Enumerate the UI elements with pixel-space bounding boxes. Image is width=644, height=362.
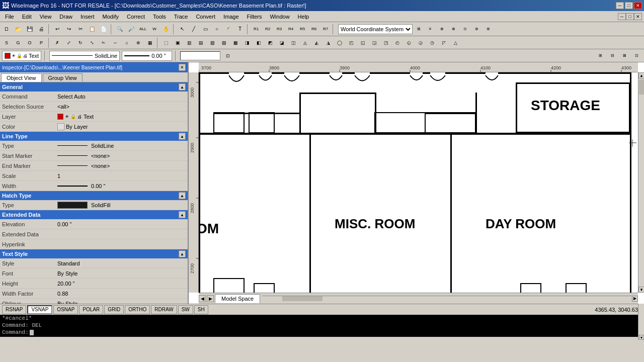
status-polar[interactable]: POLAR xyxy=(79,305,103,314)
tb2-move[interactable]: ⤢ xyxy=(63,37,74,48)
tb-extra6[interactable]: ⊚ xyxy=(471,24,482,35)
tb-arc[interactable]: ◜ xyxy=(223,24,234,35)
h-scrollbar[interactable] xyxy=(262,296,632,302)
title-bar-controls[interactable]: ─ □ ✕ xyxy=(616,2,642,9)
tb-select[interactable]: ↖ xyxy=(177,24,188,35)
inner-close[interactable]: ✕ xyxy=(634,13,642,20)
coord-btn[interactable]: ⊡ xyxy=(222,50,233,61)
menu-help[interactable]: Help xyxy=(294,13,313,21)
status-ortho[interactable]: ORTHO xyxy=(125,305,150,314)
menu-insert[interactable]: Insert xyxy=(76,13,99,21)
tb2-explode[interactable]: ⊕ xyxy=(133,37,144,48)
h-scroll-thumb[interactable] xyxy=(282,296,323,301)
minimize-button[interactable]: ─ xyxy=(616,2,624,9)
tb-new[interactable]: 🗋 xyxy=(1,24,12,35)
tb-extra1[interactable]: ⊞ xyxy=(413,24,424,35)
tb-zoom-out[interactable]: 🔎 xyxy=(126,24,137,35)
tb2-r17[interactable]: ◰ xyxy=(346,37,357,48)
cmd-line-3[interactable]: Command: xyxy=(2,329,642,336)
tb2-ortho[interactable]: O xyxy=(24,37,35,48)
tb-extra2[interactable]: ≡ xyxy=(425,24,436,35)
model-space-tab[interactable]: Model Space xyxy=(215,294,260,303)
inner-window-controls[interactable]: ─ □ ✕ xyxy=(543,11,644,22)
tb-undo[interactable]: ↩ xyxy=(52,24,63,35)
menu-edit[interactable]: Edit xyxy=(18,13,36,21)
tb2-rotate[interactable]: ↻ xyxy=(75,37,86,48)
tb-cut[interactable]: ✂ xyxy=(75,24,86,35)
tb2-extend[interactable]: ↔ xyxy=(110,37,121,48)
prop-color-value[interactable]: By Layer xyxy=(55,123,188,130)
tb2-r25[interactable]: ◸ xyxy=(438,37,449,48)
tb-raster4[interactable]: R4 xyxy=(285,24,296,35)
tb-raster1[interactable]: R1 xyxy=(251,24,262,35)
status-sw[interactable]: SW xyxy=(178,305,193,314)
h-scroll-btn-right[interactable]: ▶ xyxy=(632,296,638,302)
status-osnap[interactable]: OSNAP xyxy=(53,305,78,314)
section-extended-collapse[interactable]: ▲ xyxy=(179,211,186,218)
tb2-r5[interactable]: ▧ xyxy=(207,37,218,48)
menu-filters[interactable]: Filters xyxy=(243,13,266,21)
tb2-scale[interactable]: ⤡ xyxy=(87,37,98,48)
menu-view[interactable]: View xyxy=(36,13,56,21)
linewidth-selector[interactable]: 0.00 " xyxy=(122,51,172,61)
tb-extra7[interactable]: ⊛ xyxy=(482,24,494,35)
menu-trace[interactable]: Trace xyxy=(170,13,192,21)
tab-group-view[interactable]: Group View xyxy=(43,73,83,82)
tb2-r7[interactable]: ▩ xyxy=(230,37,241,48)
tb2-r24[interactable]: ◷ xyxy=(427,37,438,48)
status-vsnap[interactable]: VSNAP xyxy=(27,305,52,314)
tb2-r12[interactable]: ◫ xyxy=(288,37,299,48)
tb-raster6[interactable]: R6 xyxy=(308,24,319,35)
tb-raster3[interactable]: R3 xyxy=(274,24,285,35)
tb2-r6[interactable]: ▨ xyxy=(218,37,229,48)
section-linetype-collapse[interactable]: ▲ xyxy=(179,133,186,140)
right-tool3[interactable]: ⊠ xyxy=(619,50,630,61)
tb-pan[interactable]: ✋ xyxy=(160,24,172,35)
tb2-r21[interactable]: ◴ xyxy=(392,37,403,48)
tb2-r23[interactable]: ◶ xyxy=(415,37,426,48)
tb-raster2[interactable]: R2 xyxy=(262,24,273,35)
tb-zoom-in[interactable]: 🔍 xyxy=(114,24,125,35)
coord-input[interactable] xyxy=(180,51,220,60)
tb2-hatch[interactable]: ▦ xyxy=(144,37,155,48)
inner-minimize[interactable]: ─ xyxy=(618,13,626,20)
right-tool2[interactable]: ⊟ xyxy=(607,50,618,61)
inspector-close[interactable]: ✕ xyxy=(179,64,186,71)
tb-redo[interactable]: ↪ xyxy=(63,24,74,35)
tb2-trim[interactable]: ✁ xyxy=(98,37,109,48)
tab-nav-next[interactable]: ▶ xyxy=(207,295,214,302)
menu-convert[interactable]: Convert xyxy=(192,13,219,21)
status-rsnap[interactable]: RSNAP xyxy=(2,305,26,314)
prop-layer-value[interactable]: ☀ 🔒 🖨 Text xyxy=(55,114,188,120)
tb2-r9[interactable]: ◧ xyxy=(253,37,264,48)
tb2-r20[interactable]: ◳ xyxy=(380,37,391,48)
scroll-v-up[interactable]: ▲ xyxy=(638,72,644,78)
close-button[interactable]: ✕ xyxy=(634,2,642,9)
tb-extra4[interactable]: ⊗ xyxy=(448,24,459,35)
inner-maximize[interactable]: □ xyxy=(626,13,634,20)
drawing-scrollbar-v[interactable]: ▲ ▼ xyxy=(638,72,644,293)
section-general-collapse[interactable]: ▲ xyxy=(179,83,186,90)
section-hatch-collapse[interactable]: ▲ xyxy=(179,192,186,199)
tb2-r19[interactable]: ◲ xyxy=(369,37,380,48)
tb2-r22[interactable]: ◵ xyxy=(404,37,415,48)
tb2-r10[interactable]: ◩ xyxy=(265,37,276,48)
tb2-polar[interactable]: P xyxy=(36,37,47,48)
scroll-v-down[interactable]: ▼ xyxy=(638,287,644,293)
menu-draw[interactable]: Draw xyxy=(55,13,76,21)
tb2-r11[interactable]: ◪ xyxy=(276,37,287,48)
status-grid[interactable]: GRID xyxy=(104,305,124,314)
tb2-r2[interactable]: ▣ xyxy=(172,37,183,48)
tb2-r26[interactable]: △ xyxy=(450,37,461,48)
tb2-r18[interactable]: ◱ xyxy=(357,37,368,48)
tab-object-view[interactable]: Object View xyxy=(1,73,42,82)
tb2-r8[interactable]: ◨ xyxy=(242,37,253,48)
tb2-r13[interactable]: ◬ xyxy=(299,37,310,48)
tb-raster5[interactable]: R5 xyxy=(297,24,308,35)
layer-selector[interactable]: ☀ 🔒 🖨 Text xyxy=(2,51,41,61)
tb2-r1[interactable]: ⬚ xyxy=(160,37,172,48)
tb-extra3[interactable]: ⊕ xyxy=(436,24,447,35)
tb-text[interactable]: T xyxy=(234,24,246,35)
tb-zoom-win[interactable]: W xyxy=(149,24,160,35)
tb2-r4[interactable]: ▤ xyxy=(195,37,206,48)
